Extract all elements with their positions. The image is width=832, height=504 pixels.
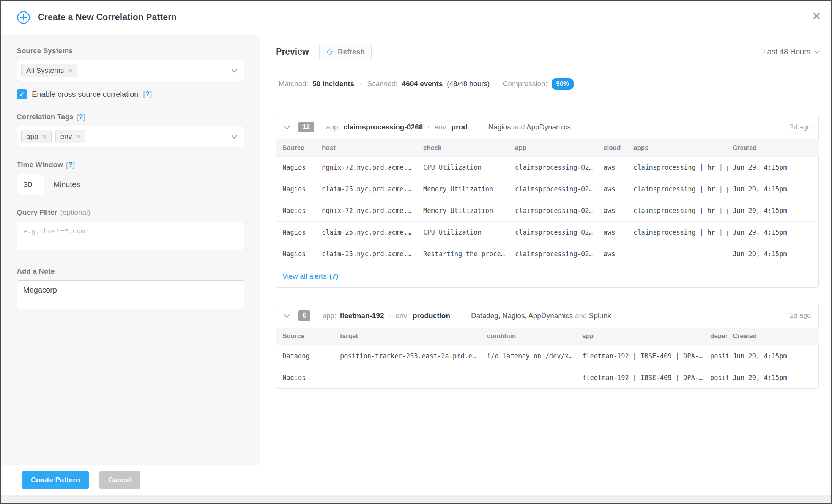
alert-cell: claimsprocessing | hr | pa — [630, 200, 728, 222]
alert-cell: claim-25.nyc.prd.acme.… — [318, 243, 419, 265]
dot-separator-icon: · — [494, 80, 498, 88]
column-header: app — [511, 139, 600, 157]
alert-cell: Nagios — [276, 222, 318, 243]
incident-card-header[interactable]: 12 app: claimsprocessing-0266 · env: pro… — [276, 115, 818, 139]
alert-cell: posit — [706, 345, 728, 367]
chevron-down-icon — [815, 49, 819, 54]
cross-source-label: Enable cross source correlation — [32, 90, 138, 99]
column-header: depen — [706, 328, 728, 345]
create-pattern-button[interactable]: Create Pattern — [22, 471, 89, 489]
column-header: host — [318, 139, 419, 157]
remove-chip-icon[interactable]: × — [43, 132, 47, 141]
time-range-dropdown[interactable]: Last 48 Hours — [763, 47, 819, 56]
note-label: Add a Note — [17, 267, 244, 276]
alert-row[interactable]: Nagiosfleetman-192 | IBSE-409 | DPA-…pos… — [276, 367, 819, 388]
note-input[interactable]: Megacorp — [17, 280, 244, 309]
collapse-chevron-icon[interactable] — [284, 123, 290, 129]
alert-cell: claimsprocessing | hr | pa — [630, 157, 728, 178]
preview-stats: Matched: 50 Incidents · Scanned: 4604 ev… — [276, 69, 819, 98]
scanned-label: Scanned: — [367, 80, 397, 88]
time-window-input[interactable] — [17, 174, 44, 195]
modal-title: Create a New Correlation Pattern — [38, 12, 177, 22]
help-icon[interactable]: [?] — [143, 90, 152, 98]
app-value: fleetman-192 — [340, 312, 384, 320]
source-system-chip[interactable]: All Systems × — [21, 64, 77, 77]
column-header: app — [578, 328, 706, 345]
alert-cell — [483, 367, 578, 388]
checkbox-checked[interactable]: ✓ — [17, 89, 27, 99]
modal-footer: Create Pattern Cancel — [1, 465, 832, 495]
incident-sources: Datadog, Nagios, AppDynamics and Splunk — [471, 312, 611, 320]
alert-cell: aws — [600, 157, 630, 178]
alert-cell: CPU Utilization — [419, 222, 511, 243]
incident-card-header[interactable]: 6 app: fleetman-192 · env: production Da… — [276, 304, 818, 328]
incident-card: 6 app: fleetman-192 · env: production Da… — [276, 304, 819, 389]
collapse-chevron-icon[interactable] — [284, 311, 290, 318]
alert-row[interactable]: Nagiosclaim-25.nyc.prd.acme.…Memory Util… — [276, 178, 819, 200]
env-key: env: — [396, 312, 409, 320]
alert-row[interactable]: Nagiosngnix-72.nyc.prd.acme.…Memory Util… — [276, 200, 819, 222]
env-value: prod — [451, 123, 467, 131]
alert-cell: aws — [600, 178, 630, 200]
alert-cell: Nagios — [276, 157, 318, 178]
table-header-row: SourcehostcheckappcloudappsCreated — [276, 139, 819, 157]
help-icon[interactable]: [?] — [66, 161, 75, 169]
help-icon[interactable]: [?] — [77, 113, 85, 121]
correlation-tags-select[interactable]: app × env × — [17, 126, 244, 147]
alert-cell: Jun 29, 4:15pm — [728, 367, 819, 388]
column-header: Created — [728, 328, 819, 345]
column-header: condition — [483, 328, 578, 345]
tag-chip[interactable]: app × — [21, 130, 52, 143]
remove-chip-icon[interactable]: × — [76, 132, 80, 141]
incident-sources: Nagios and AppDynamics — [488, 123, 571, 131]
alert-row[interactable]: Datadogposition-tracker-253.east-2a.prd.… — [276, 345, 819, 367]
alert-cell: claimsprocessing-02… — [511, 178, 600, 200]
query-filter-input[interactable] — [17, 222, 244, 250]
view-all-alerts-row: View all alerts(7) — [276, 265, 818, 287]
dot-separator-icon: · — [388, 312, 392, 320]
close-icon[interactable]: ✕ — [812, 11, 821, 22]
alert-cell: claimsprocessing | hr | pa — [630, 178, 728, 200]
alert-row[interactable]: Nagiosngnix-72.nyc.prd.acme.…CPU Utiliza… — [276, 157, 819, 178]
alert-cell: Nagios — [276, 200, 318, 222]
alert-cell: Nagios — [276, 367, 336, 388]
source-systems-label: Source Systems — [17, 47, 244, 55]
alert-cell: ngnix-72.nyc.prd.acme.… — [318, 200, 419, 222]
scanned-extra: (48/48 hours) — [447, 80, 490, 88]
alert-cell: aws — [600, 222, 630, 243]
alert-cell: Jun 29, 4:15pm — [728, 200, 819, 222]
env-key: env: — [434, 123, 448, 131]
alert-cell: claimsprocessing-02… — [511, 200, 600, 222]
alert-cell: Nagios — [276, 243, 318, 265]
compression-label: Compression: — [503, 80, 547, 88]
preview-header: Preview Refresh Last 48 Hours — [276, 35, 819, 69]
view-all-alerts-link[interactable]: View all alerts — [282, 272, 327, 280]
time-window-unit: Minutes — [54, 180, 80, 189]
query-filter-label: Query Filter (optional) — [17, 208, 244, 217]
cancel-button[interactable]: Cancel — [99, 471, 140, 489]
alert-cell: Nagios — [276, 178, 318, 200]
alert-cell: Jun 29, 4:15pm — [728, 178, 819, 200]
source-systems-select[interactable]: All Systems × — [17, 60, 244, 81]
alert-cell: claimsprocessing | hr | pa — [630, 222, 728, 243]
preview-panel: Preview Refresh Last 48 Hours Matched: 5… — [260, 35, 832, 465]
tag-chip[interactable]: env × — [55, 130, 85, 143]
incident-age: 2d ago — [790, 123, 811, 131]
remove-chip-icon[interactable]: × — [68, 66, 72, 75]
time-window-label: Time Window [?] — [17, 161, 244, 169]
refresh-button[interactable]: Refresh — [319, 44, 372, 60]
column-header: Source — [276, 328, 336, 345]
alert-cell: Datadog — [276, 345, 336, 367]
alert-cell: fleetman-192 | IBSE-409 | DPA-… — [578, 367, 706, 388]
alert-cell: claimsprocessing-02… — [511, 222, 600, 243]
bottom-strip — [1, 495, 832, 504]
alert-row[interactable]: Nagiosclaim-25.nyc.prd.acme.…Restarting … — [276, 243, 819, 265]
alert-cell: claim-25.nyc.prd.acme.… — [318, 178, 419, 200]
cross-source-checkbox-row[interactable]: ✓ Enable cross source correlation [?] — [17, 89, 244, 99]
alert-count-badge: 6 — [298, 310, 310, 321]
alert-row[interactable]: Nagiosclaim-25.nyc.prd.acme.…CPU Utiliza… — [276, 222, 819, 243]
column-header: apps — [630, 139, 728, 157]
alerts-table: SourcetargetconditionappdepenCreated Dat… — [276, 328, 819, 389]
refresh-icon — [326, 48, 334, 56]
alert-cell: ngnix-72.nyc.prd.acme.… — [318, 157, 419, 178]
